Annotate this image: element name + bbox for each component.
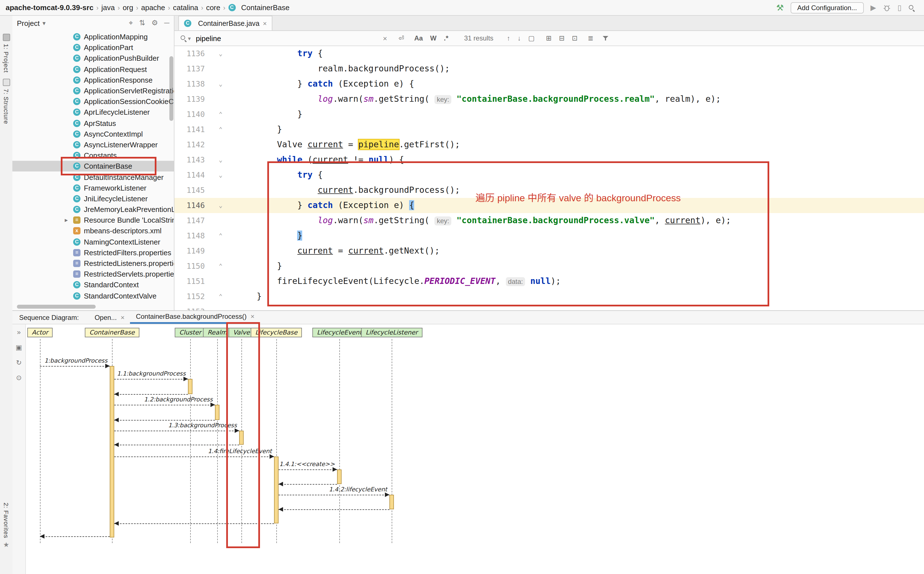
tree-item-applicationsessioncookieconfig[interactable]: CApplicationSessionCookieConfig — [13, 96, 174, 107]
debug-bug-icon[interactable] — [883, 4, 891, 11]
search-field[interactable]: ▾ pipeline × — [174, 34, 391, 43]
line-number[interactable]: 1145 — [174, 183, 207, 198]
sort-icon[interactable]: ⇅ — [139, 19, 145, 28]
tree-item-frameworklistener[interactable]: CFrameworkListener — [13, 183, 174, 193]
line-number[interactable]: 1146 — [174, 198, 207, 213]
line-number[interactable]: 1142 — [174, 137, 207, 152]
breadcrumb-item[interactable]: org — [123, 3, 133, 12]
tree-item-applicationservletregistration[interactable]: CApplicationServletRegistration — [13, 85, 174, 96]
expand-icon[interactable]: » — [17, 328, 21, 336]
build-hammer-icon[interactable]: ⚒ — [776, 3, 784, 13]
refresh-icon[interactable]: ↻ — [16, 359, 22, 367]
lifeline-box-cluster[interactable]: Cluster — [175, 328, 206, 337]
lifeline-box-lifecycleevent[interactable]: LifecycleEvent — [312, 328, 366, 337]
fold-marker-icon[interactable]: ⌃ — [207, 228, 234, 243]
lifeline-box-lifecyclelistener[interactable]: LifecycleListener — [361, 328, 422, 337]
tree-item-aprlifecyclelistener[interactable]: CAprLifecycleListener — [13, 107, 174, 118]
tree-item-jnilifecyclelistener[interactable]: CJniLifecycleListener — [13, 193, 174, 204]
words-toggle[interactable]: W — [430, 34, 437, 42]
tree-item-asynclistenerwrapper[interactable]: CAsyncListenerWrapper — [13, 139, 174, 150]
previous-occurrence-icon[interactable]: ↑ — [507, 34, 510, 42]
close-icon[interactable]: × — [263, 19, 267, 27]
lifeline-box-containerbase[interactable]: ContainerBase — [85, 328, 139, 337]
close-icon[interactable]: × — [250, 312, 254, 320]
tree-item-aprstatus[interactable]: CAprStatus — [13, 118, 174, 128]
overview-icon[interactable]: ⊙ — [16, 374, 22, 382]
fold-marker-icon[interactable]: ⌄ — [207, 198, 234, 213]
tree-item-mbeans-descriptors-xml[interactable]: xmbeans-descriptors.xml — [13, 226, 174, 237]
tree-item-applicationpushbuilder[interactable]: CApplicationPushBuilder — [13, 53, 174, 64]
tab-open[interactable]: Open... × — [89, 311, 130, 324]
diagram-canvas[interactable]: ActorContainerBaseClusterRealmValveLifec… — [26, 324, 924, 574]
search-options-icon[interactable]: ≣ — [588, 34, 593, 42]
fold-marker-icon[interactable]: ⌄ — [207, 152, 234, 167]
breadcrumb-item[interactable]: core — [206, 3, 220, 12]
breadcrumb-item[interactable]: apache-tomcat-9.0.39-src — [6, 3, 93, 12]
fold-marker-icon[interactable]: ⌃ — [207, 122, 234, 137]
add-occurrence-icon[interactable]: ⊞ — [546, 34, 551, 42]
tree-item-jrememoryleakpreventionlistener[interactable]: CJreMemoryLeakPreventionListener — [13, 204, 174, 215]
stripe-button-project[interactable]: 1: Project — [0, 34, 13, 73]
search-history-icon[interactable]: ▾ — [188, 35, 191, 41]
line-number[interactable]: 1138 — [174, 76, 207, 91]
gear-icon[interactable]: ⚙ — [151, 19, 158, 28]
tree-item-applicationrequest[interactable]: CApplicationRequest — [13, 64, 174, 74]
fold-marker-icon[interactable]: ⌃ — [207, 107, 234, 122]
tree-item-restrictedlisteners-properties[interactable]: ≡RestrictedListeners.properties — [13, 258, 174, 269]
tree-item-applicationpart[interactable]: CApplicationPart — [13, 42, 174, 53]
tree-item-restrictedfilters-properties[interactable]: ≡RestrictedFilters.properties — [13, 248, 174, 258]
next-occurrence-icon[interactable]: ↓ — [518, 34, 521, 42]
stripe-button-structure[interactable]: 7: Structure — [0, 79, 13, 124]
tree-item-resource-bundle-localstrings[interactable]: ▸≡Resource Bundle 'LocalStrings' — [13, 215, 174, 226]
line-number[interactable]: 1147 — [174, 213, 207, 228]
fold-marker-icon[interactable]: ⌄ — [207, 46, 234, 61]
line-number[interactable]: 1144 — [174, 167, 207, 183]
fold-marker-icon[interactable]: ⌃ — [207, 259, 234, 274]
code-editor[interactable]: 1136⌄ try {1137 realm.backgroundProcess(… — [174, 46, 924, 310]
project-panel-title[interactable]: Project — [17, 19, 40, 27]
tree-item-applicationresponse[interactable]: CApplicationResponse — [13, 75, 174, 85]
line-number[interactable]: 1139 — [174, 91, 207, 107]
match-case-toggle[interactable]: Aa — [414, 34, 423, 42]
filter-icon[interactable] — [603, 35, 609, 42]
line-number[interactable]: 1148 — [174, 228, 207, 243]
line-number[interactable]: 1137 — [174, 61, 207, 76]
tree-item-standardcontext[interactable]: CStandardContext — [13, 280, 174, 290]
fold-marker-icon[interactable]: ⌃ — [207, 289, 234, 304]
search-input[interactable]: pipeline — [196, 34, 221, 43]
regex-toggle[interactable]: .* — [444, 34, 448, 42]
tab-containerbase-java[interactable]: C ContainerBase.java × — [179, 16, 272, 30]
newline-icon[interactable]: ⏎ — [399, 34, 404, 42]
stripe-button-favorites[interactable]: 2: Favorites ★ — [0, 503, 13, 549]
fold-marker-icon[interactable]: ⌄ — [207, 167, 234, 183]
clear-search-icon[interactable]: × — [383, 34, 391, 43]
expand-chevron-icon[interactable]: ▸ — [65, 217, 68, 224]
line-number[interactable]: 1143 — [174, 152, 207, 167]
tree-item-applicationmapping[interactable]: CApplicationMapping — [13, 32, 174, 42]
add-configuration-button[interactable]: Add Configuration... — [791, 2, 864, 13]
breadcrumb-item[interactable]: apache — [141, 3, 165, 12]
line-number[interactable]: 1151 — [174, 274, 207, 289]
breadcrumb-item[interactable]: CContainerBase — [228, 3, 290, 12]
run-icon[interactable]: ▶ — [870, 3, 876, 12]
line-number[interactable]: 1141 — [174, 122, 207, 137]
vertical-scrollbar[interactable] — [169, 56, 173, 121]
chevron-down-icon[interactable]: ▾ — [43, 19, 46, 27]
close-icon[interactable]: × — [121, 314, 125, 321]
line-number[interactable]: 1152 — [174, 289, 207, 304]
tree-item-namingcontextlistener[interactable]: CNamingContextListener — [13, 237, 174, 247]
locate-icon[interactable]: ⌖ — [129, 19, 133, 28]
export-image-icon[interactable]: ▣ — [16, 344, 22, 352]
fold-marker-icon[interactable]: ⌄ — [207, 76, 234, 91]
tree-item-standardcontextvalve[interactable]: CStandardContextValve — [13, 290, 174, 301]
line-number[interactable]: 1136 — [174, 46, 207, 61]
line-number[interactable]: 1140 — [174, 107, 207, 122]
line-number[interactable]: 1149 — [174, 243, 207, 259]
remove-occurrence-icon[interactable]: ⊟ — [559, 34, 565, 42]
search-everywhere-icon[interactable] — [908, 4, 915, 11]
select-all-occurrences-icon[interactable]: ▢ — [528, 34, 535, 42]
tree-item-restrictedservlets-properties[interactable]: ≡RestrictedServlets.properties — [13, 269, 174, 279]
device-icon[interactable]: ▯ — [897, 3, 902, 12]
lifeline-box-actor[interactable]: Actor — [27, 328, 52, 337]
tree-item-asynccontextimpl[interactable]: CAsyncContextImpl — [13, 128, 174, 139]
